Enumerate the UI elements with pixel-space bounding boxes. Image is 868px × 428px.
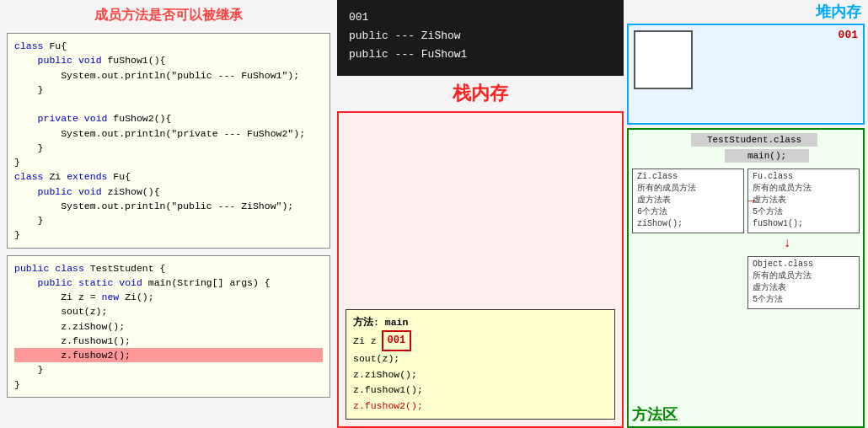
output-line-1: 001: [349, 8, 612, 27]
highlighted-line: z.fushow2();: [14, 348, 323, 362]
code-line: System.out.println("public --- FuShow1")…: [14, 68, 323, 83]
code-block-2: public class TestStudent { public static…: [7, 255, 330, 398]
code-line: public void ziShow(){: [14, 185, 323, 199]
code-line: z.ziShow();: [14, 319, 323, 334]
code-line: }: [14, 141, 323, 155]
stack-label: 栈内存: [337, 76, 624, 111]
fu-line4: fuShow1();: [753, 218, 855, 230]
stack-frame: 方法: main Zi z 001 sout(z); z.ziShow(); z…: [346, 309, 615, 420]
fu-class-title: Fu.class: [753, 172, 855, 181]
zi-line1: 所有的成员方法: [637, 183, 739, 195]
object-class-box: Object.class 所有的成员方法 虚方法表 5个方法: [747, 256, 860, 309]
right-panel: 堆内存 001 TestStudent.class main(); Zi.cla…: [624, 0, 868, 428]
method-area-label: 方法区: [632, 404, 678, 425]
code-line: z.fushow1();: [14, 334, 323, 348]
output-line-2: public --- ZiShow: [349, 27, 612, 45]
page-title: 成员方法是否可以被继承: [7, 7, 330, 24]
zi-z-line: Zi z 001: [353, 330, 608, 351]
obj-line3: 5个方法: [753, 294, 855, 306]
main-container: 成员方法是否可以被继承 class Fu{ public void fuShow…: [0, 0, 868, 428]
zi-line3: 6个方法: [637, 206, 739, 218]
fu-class-content: 所有的成员方法 虚方法表 5个方法 fuShow1();: [753, 183, 855, 230]
method-area: TestStudent.class main(); Zi.class 所有的成员…: [627, 128, 865, 428]
code-block-1: class Fu{ public void fuShow1(){ System.…: [7, 33, 330, 249]
heap-area: 001: [627, 24, 865, 125]
object-class-content: 所有的成员方法 虚方法表 5个方法: [753, 270, 855, 306]
code-line: Zi z = new Zi();: [14, 290, 323, 304]
output-box: 001 public --- ZiShow public --- FuShow1: [337, 0, 624, 76]
code-line: class Fu{: [14, 39, 323, 53]
method-area-inner: TestStudent.class main(); Zi.class 所有的成员…: [632, 133, 860, 309]
code-line: System.out.println("private --- FuShow2"…: [14, 126, 323, 141]
frame-line-1: sout(z);: [353, 351, 608, 366]
fu-line1: 所有的成员方法: [753, 183, 855, 195]
heap-id: 001: [839, 29, 858, 41]
code-line: }: [14, 155, 323, 169]
classes-row: Zi.class 所有的成员方法 虚方法表 6个方法 ziShow(); → F…: [632, 169, 860, 233]
frame-line-3: z.fushow1();: [353, 383, 608, 398]
obj-line1: 所有的成员方法: [753, 270, 855, 282]
code-line: public void fuShow1(){: [14, 53, 323, 67]
frame-line-2: z.ziShow();: [353, 367, 608, 383]
heap-label: 堆内存: [624, 0, 868, 24]
code-line: public class TestStudent {: [14, 261, 323, 276]
frame-line-4: z.fushow2();: [353, 399, 608, 414]
code-line: }: [14, 362, 323, 377]
main-method-box: main();: [725, 149, 809, 163]
fu-class-block: Fu.class 所有的成员方法 虚方法表 5个方法 fuShow1();: [747, 169, 860, 233]
obj-line2: 虚方法表: [753, 282, 855, 294]
output-line-3: public --- FuShow1: [349, 45, 612, 64]
down-arrow-icon: ↓: [632, 236, 860, 251]
zi-class-content: 所有的成员方法 虚方法表 6个方法 ziShow();: [637, 183, 739, 230]
fu-line3: 5个方法: [753, 206, 855, 218]
frame-title: 方法: main: [353, 315, 608, 330]
zi-z-label: Zi z: [353, 334, 377, 349]
zi-line2: 虚方法表: [637, 195, 739, 206]
code-line: }: [14, 213, 323, 227]
heap-object: [634, 30, 693, 89]
code-line: class Zi extends Fu{: [14, 169, 323, 184]
code-line: }: [14, 377, 323, 392]
code-line: }: [14, 227, 323, 242]
fu-line2: 虚方法表: [753, 195, 855, 206]
test-student-box: TestStudent.class: [691, 133, 817, 147]
zi-class-title: Zi.class: [637, 172, 739, 181]
code-line: }: [14, 83, 323, 97]
code-line: [14, 97, 323, 111]
right-arrow-icon: →: [747, 194, 755, 209]
object-class-title: Object.class: [753, 259, 855, 269]
code-line: sout(z);: [14, 304, 323, 318]
code-line: public static void main(String[] args) {: [14, 276, 323, 290]
code-line: private void fuShow2(){: [14, 111, 323, 126]
code-line: System.out.println("public --- ZiShow");: [14, 199, 323, 213]
middle-panel: 001 public --- ZiShow public --- FuShow1…: [337, 0, 624, 428]
left-panel: 成员方法是否可以被继承 class Fu{ public void fuShow…: [0, 0, 337, 428]
zi-class-block: Zi.class 所有的成员方法 虚方法表 6个方法 ziShow(); →: [632, 169, 744, 233]
stack-area: 方法: main Zi z 001 sout(z); z.ziShow(); z…: [337, 111, 624, 428]
ref-box: 001: [382, 330, 412, 351]
zi-line4: ziShow();: [637, 218, 739, 230]
